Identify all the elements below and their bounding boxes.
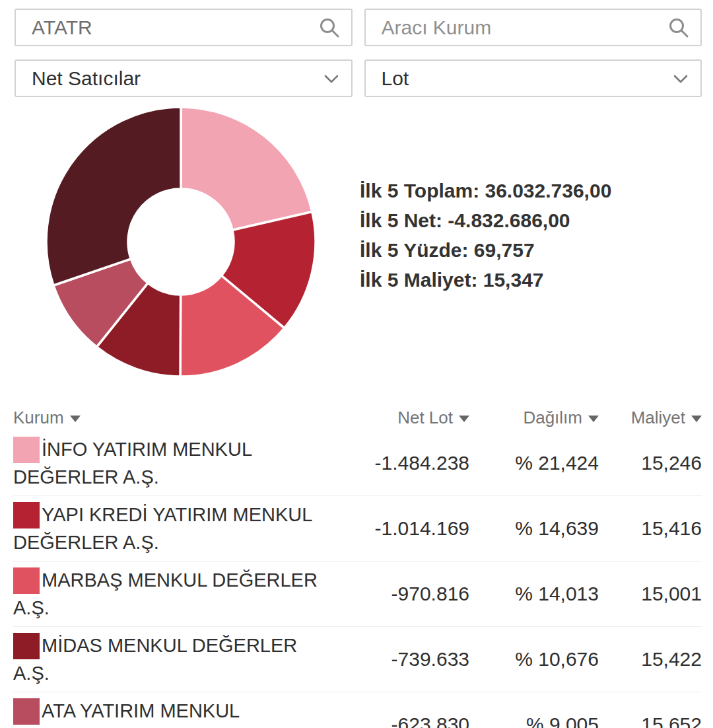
table-row[interactable]: MARBAŞ MENKUL DEĞERLER A.Ş.-970.816% 14,… xyxy=(13,561,702,626)
net-lot-cell: -739.633 xyxy=(337,648,469,671)
net-lot-cell: -623.830 xyxy=(337,713,469,728)
kurum-label: ATA YATIRIM MENKUL KIYMETLER A.Ş. xyxy=(13,700,239,728)
header-maliyet[interactable]: Maliyet xyxy=(599,408,702,428)
legend-swatch xyxy=(13,567,40,594)
donut-slice[interactable] xyxy=(181,107,312,230)
legend-swatch xyxy=(13,437,40,463)
search-icon xyxy=(667,17,690,39)
sort-caret-icon xyxy=(459,416,469,422)
dagilim-cell: % 10,676 xyxy=(469,648,599,671)
legend-swatch xyxy=(13,698,40,725)
kurum-cell: YAPI KREDİ YATIRIM MENKUL DEĞERLER A.Ş. xyxy=(13,501,337,556)
summary-toplam: İlk 5 Toplam: 36.032.736,00 xyxy=(360,176,611,205)
kurum-label: YAPI KREDİ YATIRIM MENKUL DEĞERLER A.Ş. xyxy=(13,504,312,553)
header-kurum[interactable]: Kurum xyxy=(13,408,337,428)
summary-yuzde: İlk 5 Yüzde: 69,757 xyxy=(360,235,611,265)
table-row[interactable]: MİDAS MENKUL DEĞERLER A.Ş.-739.633% 10,6… xyxy=(13,626,702,692)
chevron-down-icon xyxy=(671,69,690,88)
broker-search-field[interactable] xyxy=(364,9,702,46)
sort-caret-icon xyxy=(70,416,81,422)
summary-net: İlk 5 Net: -4.832.686,00 xyxy=(360,205,611,235)
table-header-row: Kurum Net Lot Dağılım Maliyet xyxy=(13,404,702,431)
dagilim-cell: % 14,013 xyxy=(469,583,599,605)
broker-search-input[interactable] xyxy=(366,10,701,45)
maliyet-cell: 15,246 xyxy=(599,452,702,474)
table-body: İNFO YATIRIM MENKUL DEĞERLER A.Ş.-1.484.… xyxy=(13,431,702,728)
net-lot-cell: -970.816 xyxy=(337,583,469,605)
table-row[interactable]: ATA YATIRIM MENKUL KIYMETLER A.Ş.-623.83… xyxy=(13,692,702,728)
kurum-label: MARBAŞ MENKUL DEĞERLER A.Ş. xyxy=(13,569,318,618)
kurum-cell: İNFO YATIRIM MENKUL DEĞERLER A.Ş. xyxy=(13,435,337,491)
kurum-cell: MİDAS MENKUL DEĞERLER A.Ş. xyxy=(13,632,337,687)
unit-select-value: Lot xyxy=(366,67,449,90)
broker-table: Kurum Net Lot Dağılım Maliyet İNFO YATIR… xyxy=(13,404,702,728)
donut-slice[interactable] xyxy=(46,107,181,285)
kurum-label: İNFO YATIRIM MENKUL DEĞERLER A.Ş. xyxy=(13,439,252,488)
search-icon xyxy=(318,17,341,39)
donut-chart xyxy=(42,103,320,381)
sort-caret-icon xyxy=(588,416,599,422)
summary-maliyet: İlk 5 Maliyet: 15,347 xyxy=(360,265,611,295)
maliyet-cell: 15,422 xyxy=(599,648,702,671)
dagilim-cell: % 9,005 xyxy=(469,713,599,728)
symbol-search-field[interactable] xyxy=(15,9,353,46)
filter-controls: Net Satıcılar Lot xyxy=(15,9,702,97)
sort-caret-icon xyxy=(691,416,702,422)
dagilim-cell: % 14,639 xyxy=(469,517,599,540)
table-row[interactable]: İNFO YATIRIM MENKUL DEĞERLER A.Ş.-1.484.… xyxy=(13,431,702,495)
kurum-cell: ATA YATIRIM MENKUL KIYMETLER A.Ş. xyxy=(13,697,337,728)
top5-summary: İlk 5 Toplam: 36.032.736,00 İlk 5 Net: -… xyxy=(360,176,611,295)
maliyet-cell: 15,416 xyxy=(599,517,702,540)
table-row[interactable]: YAPI KREDİ YATIRIM MENKUL DEĞERLER A.Ş.-… xyxy=(13,495,702,561)
dagilim-cell: % 21,424 xyxy=(469,452,599,474)
maliyet-cell: 15,652 xyxy=(599,713,702,728)
maliyet-cell: 15,001 xyxy=(599,583,702,605)
side-select[interactable]: Net Satıcılar xyxy=(15,59,353,97)
net-lot-cell: -1.484.238 xyxy=(337,452,469,474)
symbol-search-input[interactable] xyxy=(16,10,351,45)
broker-distribution-panel: Net Satıcılar Lot İlk 5 Toplam: 36.032.7… xyxy=(0,0,713,728)
header-dagilim[interactable]: Dağılım xyxy=(469,408,599,428)
kurum-label: MİDAS MENKUL DEĞERLER A.Ş. xyxy=(13,635,297,684)
donut-chart-wrap xyxy=(42,103,320,381)
legend-swatch xyxy=(13,633,40,659)
net-lot-cell: -1.014.169 xyxy=(337,517,469,540)
legend-swatch xyxy=(13,502,40,528)
unit-select[interactable]: Lot xyxy=(364,59,702,97)
chevron-down-icon xyxy=(322,69,341,88)
side-select-value: Net Satıcılar xyxy=(16,67,180,90)
kurum-cell: MARBAŞ MENKUL DEĞERLER A.Ş. xyxy=(13,566,337,622)
header-net-lot[interactable]: Net Lot xyxy=(337,408,469,428)
